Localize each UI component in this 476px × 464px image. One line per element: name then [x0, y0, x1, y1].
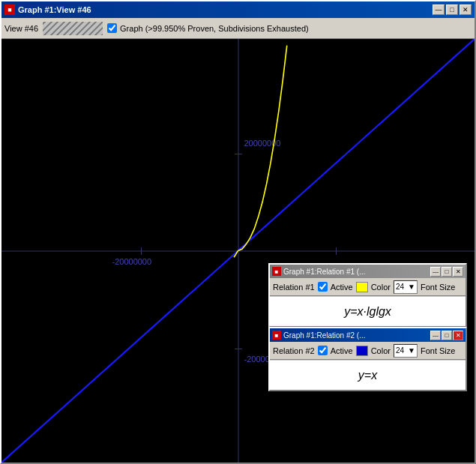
relation-1-active-label: Active: [331, 283, 353, 292]
relation-1-maximize[interactable]: □: [442, 267, 452, 277]
relation-1-icon: ■: [272, 267, 281, 276]
main-window-icon: ■: [4, 4, 15, 15]
view-label: View #46: [4, 24, 38, 33]
title-bar: ■ Graph #1:View #46 — □ ✕: [1, 1, 475, 18]
relation-1-close[interactable]: ✕: [453, 267, 463, 277]
relation-2-minimize[interactable]: —: [430, 331, 441, 340]
main-window: ■ Graph #1:View #46 — □ ✕ View #46 Graph…: [0, 0, 476, 464]
relation-1-title-bar: ■ Graph #1:Relation #1 (... — □ ✕: [270, 265, 466, 278]
main-window-controls: — □ ✕: [433, 4, 472, 15]
relation-1-font-select[interactable]: 24▼: [394, 280, 418, 294]
relation-2-label: Relation #2: [273, 346, 315, 355]
relation-1-minimize[interactable]: —: [430, 267, 441, 277]
relation-panel-2: ■ Graph #1:Relation #2 (... — □ ✕ Relati…: [268, 327, 467, 391]
graph-svg: [1, 39, 475, 463]
relation-2-maximize[interactable]: □: [442, 331, 452, 340]
relation-2-active-label: Active: [331, 346, 353, 355]
relation-panel-1: ■ Graph #1:Relation #1 (... — □ ✕ Relati…: [268, 263, 467, 328]
hatch-decoration: [43, 22, 103, 35]
relation-2-color-label: Color: [371, 346, 391, 355]
relation-1-toolbar: Relation #1 Active Color 24▼ Font Size: [270, 278, 466, 296]
relation-1-title-text: Graph #1:Relation #1 (...: [283, 268, 366, 276]
main-toolbar: View #46 Graph (>99.950% Proven, Subdivi…: [1, 18, 475, 39]
relation-1-active-checkbox[interactable]: [318, 282, 328, 292]
relation-2-fontsize-label: Font Size: [421, 346, 455, 355]
relation-1-fontsize-label: Font Size: [421, 283, 455, 292]
proven-checkbox-area: Graph (>99.950% Proven, Subdivisions Exh…: [107, 23, 309, 33]
graph-area: 20000000 -20000000 -20000000 ■ Graph #1:…: [1, 39, 475, 463]
proven-checkbox[interactable]: [107, 23, 117, 33]
relation-2-color-box[interactable]: [356, 346, 368, 356]
proven-label: Graph (>99.950% Proven, Subdivisions Exh…: [120, 24, 309, 33]
maximize-button[interactable]: □: [446, 4, 458, 15]
relation-1-color-box[interactable]: [356, 282, 368, 292]
relation-1-label: Relation #1: [273, 283, 315, 292]
relation-2-title-text: Graph #1:Relation #2 (...: [283, 331, 366, 340]
relation-2-formula: y=x: [270, 360, 466, 390]
close-button[interactable]: ✕: [460, 4, 472, 15]
relation-2-toolbar: Relation #2 Active Color 24▼ Font Size: [270, 342, 466, 360]
relation-2-close[interactable]: ✕: [453, 331, 463, 340]
relation-1-formula: y=x·lglgx: [270, 296, 466, 326]
relation-1-color-label: Color: [371, 283, 391, 292]
relation-2-title-bar: ■ Graph #1:Relation #2 (... — □ ✕: [270, 328, 466, 342]
main-window-title: Graph #1:View #46: [18, 5, 91, 14]
relation-2-font-select[interactable]: 24▼: [394, 344, 418, 358]
relation-2-active-checkbox[interactable]: [318, 346, 328, 355]
relation-2-icon: ■: [272, 331, 281, 340]
minimize-button[interactable]: —: [433, 4, 445, 15]
